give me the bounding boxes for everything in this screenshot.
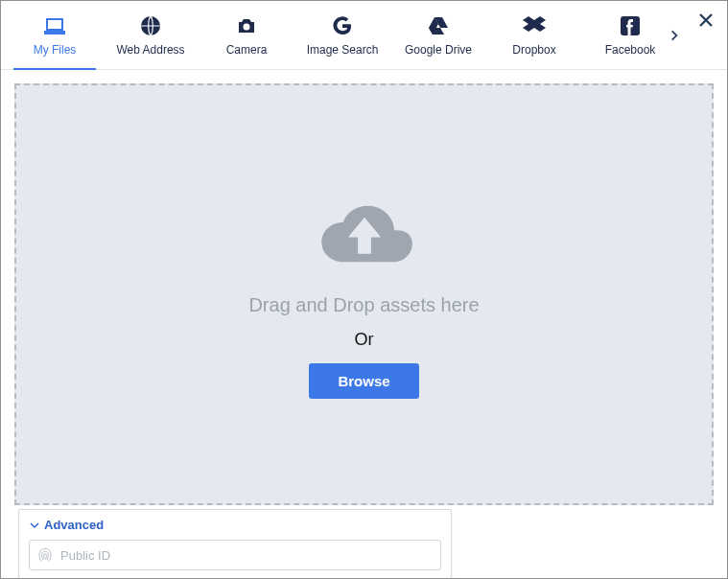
google-g-icon	[331, 14, 354, 37]
tab-web-address[interactable]: Web Address	[103, 1, 199, 70]
fingerprint-icon	[37, 547, 53, 563]
cloud-upload-icon	[312, 191, 417, 281]
tab-label: Image Search	[307, 43, 379, 57]
globe-icon	[139, 14, 162, 37]
tab-camera[interactable]: Camera	[199, 1, 294, 70]
tab-label: Facebook	[605, 43, 656, 57]
dropzone[interactable]: Drag and Drop assets here Or Browse	[14, 83, 714, 505]
close-icon	[697, 12, 715, 29]
svg-rect-0	[47, 19, 62, 30]
advanced-title: Advanced	[44, 518, 104, 532]
facebook-icon	[619, 14, 642, 37]
tab-my-files[interactable]: My Files	[7, 1, 103, 70]
chevron-down-icon	[29, 520, 40, 531]
laptop-icon	[43, 14, 66, 37]
dropzone-or: Or	[355, 330, 374, 350]
camera-icon	[235, 14, 258, 37]
tab-label: Camera	[226, 43, 268, 57]
public-id-input[interactable]	[60, 548, 433, 563]
browse-button[interactable]: Browse	[309, 363, 418, 399]
sources-scroll-next[interactable]	[660, 1, 689, 69]
tab-label: My Files	[34, 43, 77, 57]
tab-image-search[interactable]: Image Search	[294, 1, 390, 70]
tab-label: Dropbox	[512, 43, 555, 57]
svg-point-3	[244, 24, 250, 31]
svg-rect-1	[45, 31, 64, 33]
tab-dropbox[interactable]: Dropbox	[486, 1, 582, 70]
advanced-panel: Advanced	[18, 509, 452, 579]
chevron-right-icon	[668, 29, 681, 42]
public-id-field[interactable]	[29, 540, 441, 570]
google-drive-icon	[427, 14, 450, 37]
tab-label: Google Drive	[405, 43, 472, 57]
upload-body: Drag and Drop assets here Or Browse Adva…	[1, 70, 727, 578]
upload-widget: My Files Web Address Camera Image Search…	[0, 0, 728, 579]
dropbox-icon	[523, 14, 546, 37]
dropzone-headline: Drag and Drop assets here	[248, 294, 479, 316]
tab-google-drive[interactable]: Google Drive	[390, 1, 486, 70]
tab-label: Web Address	[116, 43, 184, 57]
close-button[interactable]	[693, 7, 719, 34]
source-tabbar: My Files Web Address Camera Image Search…	[1, 1, 727, 70]
advanced-toggle[interactable]: Advanced	[29, 518, 441, 532]
